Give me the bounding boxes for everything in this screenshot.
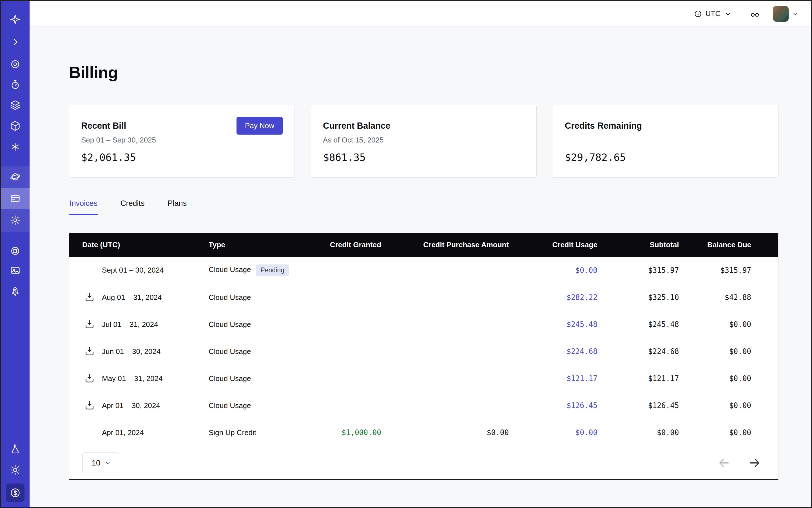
sidebar: [1, 1, 30, 507]
chevron-down-icon: [792, 11, 798, 17]
recent-bill-card: Recent Bill Pay Now Sep 01 – Sep 30, 202…: [69, 105, 295, 178]
cell-date: Jun 01 – 30, 2024: [69, 338, 208, 365]
invoice-row: Apr 01, 2024Sign Up Credit$1,000.00$0.00…: [69, 419, 778, 446]
cell-credit-purchase-amount: [381, 338, 509, 365]
app-window: UTC Billing Recent Bill Pay Now Sep 01 –…: [0, 0, 812, 508]
top-bar: UTC: [30, 1, 811, 27]
target-icon[interactable]: [1, 54, 30, 75]
cell-date: Apr 01, 2024: [69, 419, 208, 446]
invoice-row: May 01 – 31, 2024Cloud Usage-$121.17$121…: [69, 365, 778, 392]
sidebar-billing-group: [1, 166, 30, 232]
cell-balance-due: $0.00: [679, 365, 778, 392]
download-invoice-button[interactable]: [84, 319, 95, 330]
asterisk-icon[interactable]: [1, 136, 30, 157]
download-invoice-button[interactable]: [84, 292, 95, 303]
cell-subtotal: $245.48: [597, 311, 679, 338]
tab-plans[interactable]: Plans: [167, 199, 187, 215]
globe-icon[interactable]: [1, 166, 30, 187]
card-subtitle: [565, 136, 766, 145]
summary-cards: Recent Bill Pay Now Sep 01 – Sep 30, 202…: [69, 105, 778, 178]
invoice-type: Cloud Usage: [209, 293, 251, 302]
cell-credit-usage: $0.00: [509, 257, 597, 284]
recent-bill-amount: $2,061.35: [81, 152, 283, 163]
invoice-date: Sept 01 – 30, 2024: [102, 266, 164, 274]
cell-credit-purchase-amount: [381, 365, 509, 392]
cell-type: Cloud Usage: [208, 338, 300, 365]
timer-icon[interactable]: [1, 74, 30, 95]
cell-credit-purchase-amount: [381, 392, 509, 419]
cell-balance-due: $42.88: [679, 284, 778, 311]
invoice-row: Apr 01 – 30, 2024Cloud Usage-$126.45$126…: [69, 392, 778, 419]
credits-dollar-icon[interactable]: [6, 483, 25, 502]
cell-subtotal: $325.10: [597, 284, 679, 311]
glasses-icon[interactable]: [750, 9, 760, 19]
tab-credits[interactable]: Credits: [120, 199, 145, 215]
timezone-label: UTC: [706, 9, 721, 18]
invoice-date: May 01 – 31, 2024: [102, 374, 163, 383]
invoice-type: Cloud Usage: [209, 401, 251, 410]
next-page-button[interactable]: [749, 457, 761, 469]
table-footer: 10: [69, 446, 778, 479]
chevron-down-icon: [724, 9, 732, 18]
cell-subtotal: $315.97: [597, 257, 679, 284]
column-header: Credit Granted: [300, 233, 381, 257]
column-header: Type: [208, 233, 300, 257]
download-invoice-button[interactable]: [84, 400, 95, 411]
invoice-type: Cloud Usage: [209, 347, 251, 356]
column-header: Balance Due: [679, 233, 778, 257]
cell-date: Aug 01 – 31, 2024: [69, 284, 208, 311]
cell-balance-due: $0.00: [679, 419, 778, 446]
invoice-type: Cloud Usage: [209, 265, 251, 274]
rocket-icon[interactable]: [1, 281, 30, 302]
tab-invoices[interactable]: Invoices: [69, 199, 98, 215]
cell-credit-purchase-amount: $0.00: [381, 419, 509, 446]
invoice-row: Jul 01 – 31, 2024Cloud Usage-$245.48$245…: [69, 311, 778, 338]
cell-balance-due: $315.97: [679, 257, 778, 284]
settings-gear-icon[interactable]: [1, 210, 30, 230]
current-balance-card: Current Balance As of Oct 15, 2025 $861.…: [311, 105, 537, 178]
cell-type: Cloud UsagePending: [208, 257, 300, 284]
cell-credit-granted: $1,000.00: [300, 419, 381, 446]
cell-credit-usage: -$224.68: [509, 338, 597, 365]
page-size-select[interactable]: 10: [82, 453, 120, 473]
sidebar-item-billing[interactable]: [1, 188, 30, 209]
card-title: Current Balance: [323, 121, 390, 131]
cell-credit-usage: -$126.45: [509, 392, 597, 419]
download-invoice-button[interactable]: [84, 373, 95, 384]
cell-type: Cloud Usage: [208, 284, 300, 311]
download-invoice-button[interactable]: [84, 346, 95, 357]
cell-credit-purchase-amount: [381, 284, 509, 311]
logo-icon[interactable]: [1, 9, 30, 30]
cell-credit-granted: [300, 284, 381, 311]
display-icon[interactable]: [1, 260, 30, 281]
table-header-row: Date (UTC)TypeCredit GrantedCredit Purch…: [69, 233, 778, 257]
invoice-date: Jun 01 – 30, 2024: [102, 347, 161, 356]
cell-date: May 01 – 31, 2024: [69, 365, 208, 392]
invoice-date: Apr 01, 2024: [102, 428, 144, 437]
download-icon: [84, 319, 95, 330]
layers-icon[interactable]: [1, 95, 30, 116]
page-size-value: 10: [91, 458, 100, 467]
timezone-selector[interactable]: UTC: [694, 9, 732, 18]
lifebuoy-icon[interactable]: [1, 241, 30, 261]
invoice-date: Aug 01 – 31, 2024: [102, 293, 162, 302]
sun-icon[interactable]: [1, 460, 30, 480]
cell-credit-granted: [300, 257, 381, 284]
current-balance-amount: $861.35: [323, 152, 524, 163]
package-icon[interactable]: [1, 116, 30, 136]
chevron-expand-icon[interactable]: [1, 32, 30, 52]
previous-page-button[interactable]: [717, 457, 730, 469]
user-menu[interactable]: [773, 6, 798, 22]
card-title: Credits Remaining: [565, 121, 642, 131]
flask-icon[interactable]: [1, 439, 30, 460]
cell-credit-granted: [300, 338, 381, 365]
cell-balance-due: $0.00: [679, 392, 778, 419]
user-avatar[interactable]: [773, 6, 788, 22]
cell-credit-purchase-amount: [381, 311, 509, 338]
pay-now-button[interactable]: Pay Now: [237, 117, 283, 135]
cell-balance-due: $0.00: [679, 311, 778, 338]
cell-subtotal: $121.17: [597, 365, 679, 392]
chevron-down-icon: [105, 460, 111, 466]
invoice-date: Jul 01 – 31, 2024: [102, 320, 158, 329]
cell-type: Cloud Usage: [208, 392, 300, 419]
